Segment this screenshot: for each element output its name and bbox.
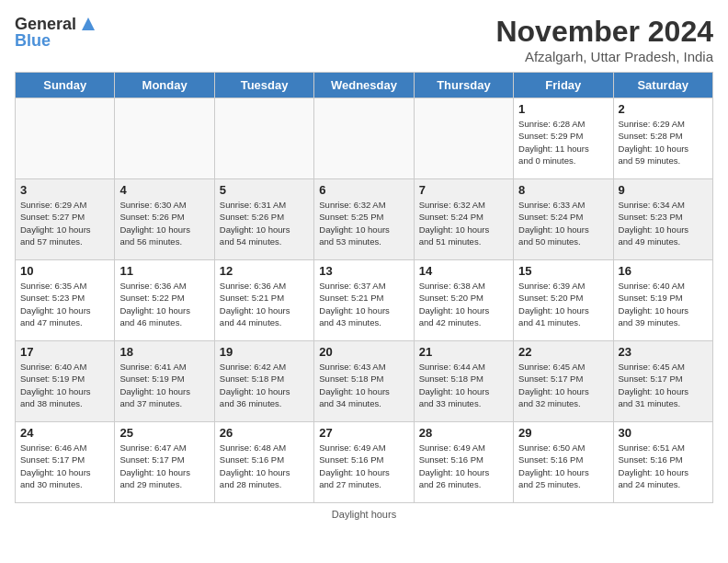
day-header-thursday: Thursday bbox=[414, 73, 513, 98]
calendar-cell: 10Sunrise: 6:35 AMSunset: 5:23 PMDayligh… bbox=[16, 260, 115, 341]
title-block: November 2024 Afzalgarh, Uttar Pradesh, … bbox=[495, 15, 713, 64]
cell-info: Sunrise: 6:36 AMSunset: 5:22 PMDaylight:… bbox=[119, 280, 209, 328]
day-number: 5 bbox=[220, 183, 309, 197]
calendar-cell: 1Sunrise: 6:28 AMSunset: 5:29 PMDaylight… bbox=[514, 98, 613, 179]
calendar-cell: 30Sunrise: 6:51 AMSunset: 5:16 PMDayligh… bbox=[613, 422, 712, 503]
cell-info: Sunrise: 6:50 AMSunset: 5:16 PMDaylight:… bbox=[518, 442, 608, 490]
calendar-cell bbox=[214, 98, 313, 179]
day-number: 26 bbox=[220, 426, 309, 440]
day-number: 20 bbox=[319, 345, 408, 359]
day-number: 8 bbox=[518, 183, 608, 197]
day-number: 23 bbox=[619, 345, 708, 359]
calendar-cell: 16Sunrise: 6:40 AMSunset: 5:19 PMDayligh… bbox=[613, 260, 712, 341]
cell-info: Sunrise: 6:45 AMSunset: 5:17 PMDaylight:… bbox=[619, 361, 708, 409]
footer-note: Daylight hours bbox=[15, 509, 713, 520]
cell-info: Sunrise: 6:29 AMSunset: 5:27 PMDaylight:… bbox=[20, 199, 109, 247]
day-header-sunday: Sunday bbox=[16, 73, 115, 98]
cell-info: Sunrise: 6:29 AMSunset: 5:28 PMDaylight:… bbox=[619, 118, 708, 167]
calendar-subtitle: Afzalgarh, Uttar Pradesh, India bbox=[495, 49, 713, 64]
day-number: 24 bbox=[20, 426, 109, 440]
calendar-cell: 15Sunrise: 6:39 AMSunset: 5:20 PMDayligh… bbox=[514, 260, 613, 341]
calendar-cell: 20Sunrise: 6:43 AMSunset: 5:18 PMDayligh… bbox=[314, 341, 414, 422]
cell-info: Sunrise: 6:44 AMSunset: 5:18 PMDaylight:… bbox=[419, 361, 508, 409]
day-number: 14 bbox=[419, 264, 508, 278]
day-number: 10 bbox=[20, 264, 109, 278]
cell-info: Sunrise: 6:32 AMSunset: 5:24 PMDaylight:… bbox=[419, 199, 508, 247]
cell-info: Sunrise: 6:48 AMSunset: 5:16 PMDaylight:… bbox=[220, 442, 309, 490]
calendar-cell: 21Sunrise: 6:44 AMSunset: 5:18 PMDayligh… bbox=[414, 341, 513, 422]
day-number: 21 bbox=[419, 345, 508, 359]
cell-info: Sunrise: 6:45 AMSunset: 5:17 PMDaylight:… bbox=[518, 361, 608, 409]
calendar-cell bbox=[314, 98, 414, 179]
day-number: 30 bbox=[619, 426, 708, 440]
day-number: 27 bbox=[319, 426, 408, 440]
calendar-cell: 4Sunrise: 6:30 AMSunset: 5:26 PMDaylight… bbox=[115, 179, 214, 260]
calendar-cell: 18Sunrise: 6:41 AMSunset: 5:19 PMDayligh… bbox=[115, 341, 214, 422]
day-number: 25 bbox=[119, 426, 209, 440]
cell-info: Sunrise: 6:31 AMSunset: 5:26 PMDaylight:… bbox=[220, 199, 309, 247]
calendar-cell: 5Sunrise: 6:31 AMSunset: 5:26 PMDaylight… bbox=[214, 179, 313, 260]
day-header-monday: Monday bbox=[115, 73, 214, 98]
calendar-cell: 25Sunrise: 6:47 AMSunset: 5:17 PMDayligh… bbox=[115, 422, 214, 503]
calendar-week-4: 17Sunrise: 6:40 AMSunset: 5:19 PMDayligh… bbox=[16, 341, 713, 422]
calendar-cell bbox=[16, 98, 115, 179]
calendar-table: SundayMondayTuesdayWednesdayThursdayFrid… bbox=[15, 72, 713, 503]
calendar-cell: 6Sunrise: 6:32 AMSunset: 5:25 PMDaylight… bbox=[314, 179, 414, 260]
day-number: 13 bbox=[319, 264, 408, 278]
day-number: 17 bbox=[20, 345, 109, 359]
day-number: 4 bbox=[119, 183, 209, 197]
cell-info: Sunrise: 6:30 AMSunset: 5:26 PMDaylight:… bbox=[119, 199, 209, 247]
calendar-cell: 8Sunrise: 6:33 AMSunset: 5:24 PMDaylight… bbox=[514, 179, 613, 260]
cell-info: Sunrise: 6:42 AMSunset: 5:18 PMDaylight:… bbox=[220, 361, 309, 409]
day-number: 7 bbox=[419, 183, 508, 197]
cell-info: Sunrise: 6:39 AMSunset: 5:20 PMDaylight:… bbox=[518, 280, 608, 328]
calendar-cell: 12Sunrise: 6:36 AMSunset: 5:21 PMDayligh… bbox=[214, 260, 313, 341]
calendar-cell bbox=[414, 98, 513, 179]
calendar-header-row: SundayMondayTuesdayWednesdayThursdayFrid… bbox=[16, 73, 713, 98]
cell-info: Sunrise: 6:32 AMSunset: 5:25 PMDaylight:… bbox=[319, 199, 408, 247]
calendar-title: November 2024 bbox=[495, 15, 713, 49]
cell-info: Sunrise: 6:34 AMSunset: 5:23 PMDaylight:… bbox=[619, 199, 708, 247]
calendar-cell: 23Sunrise: 6:45 AMSunset: 5:17 PMDayligh… bbox=[613, 341, 712, 422]
calendar-cell: 9Sunrise: 6:34 AMSunset: 5:23 PMDaylight… bbox=[613, 179, 712, 260]
day-header-saturday: Saturday bbox=[613, 73, 712, 98]
cell-info: Sunrise: 6:28 AMSunset: 5:29 PMDaylight:… bbox=[518, 118, 608, 167]
cell-info: Sunrise: 6:40 AMSunset: 5:19 PMDaylight:… bbox=[619, 280, 708, 328]
day-number: 3 bbox=[20, 183, 109, 197]
day-number: 16 bbox=[619, 264, 708, 278]
calendar-cell: 27Sunrise: 6:49 AMSunset: 5:16 PMDayligh… bbox=[314, 422, 414, 503]
day-number: 15 bbox=[518, 264, 608, 278]
svg-marker-0 bbox=[82, 17, 95, 30]
calendar-week-2: 3Sunrise: 6:29 AMSunset: 5:27 PMDaylight… bbox=[16, 179, 713, 260]
calendar-week-5: 24Sunrise: 6:46 AMSunset: 5:17 PMDayligh… bbox=[16, 422, 713, 503]
logo: General Blue bbox=[15, 15, 98, 51]
day-header-tuesday: Tuesday bbox=[214, 73, 313, 98]
calendar-cell: 28Sunrise: 6:49 AMSunset: 5:16 PMDayligh… bbox=[414, 422, 513, 503]
day-number: 6 bbox=[319, 183, 408, 197]
calendar-cell: 19Sunrise: 6:42 AMSunset: 5:18 PMDayligh… bbox=[214, 341, 313, 422]
calendar-cell: 2Sunrise: 6:29 AMSunset: 5:28 PMDaylight… bbox=[613, 98, 712, 179]
calendar-cell: 7Sunrise: 6:32 AMSunset: 5:24 PMDaylight… bbox=[414, 179, 513, 260]
calendar-cell: 29Sunrise: 6:50 AMSunset: 5:16 PMDayligh… bbox=[514, 422, 613, 503]
calendar-cell: 22Sunrise: 6:45 AMSunset: 5:17 PMDayligh… bbox=[514, 341, 613, 422]
calendar-cell: 3Sunrise: 6:29 AMSunset: 5:27 PMDaylight… bbox=[16, 179, 115, 260]
day-number: 12 bbox=[220, 264, 309, 278]
day-number: 1 bbox=[518, 102, 608, 116]
daylight-note: Daylight hours bbox=[332, 509, 396, 520]
cell-info: Sunrise: 6:43 AMSunset: 5:18 PMDaylight:… bbox=[319, 361, 408, 409]
calendar-week-3: 10Sunrise: 6:35 AMSunset: 5:23 PMDayligh… bbox=[16, 260, 713, 341]
cell-info: Sunrise: 6:47 AMSunset: 5:17 PMDaylight:… bbox=[119, 442, 209, 490]
cell-info: Sunrise: 6:33 AMSunset: 5:24 PMDaylight:… bbox=[518, 199, 608, 247]
cell-info: Sunrise: 6:35 AMSunset: 5:23 PMDaylight:… bbox=[20, 280, 109, 328]
day-number: 9 bbox=[619, 183, 708, 197]
cell-info: Sunrise: 6:49 AMSunset: 5:16 PMDaylight:… bbox=[419, 442, 508, 490]
calendar-cell: 17Sunrise: 6:40 AMSunset: 5:19 PMDayligh… bbox=[16, 341, 115, 422]
cell-info: Sunrise: 6:41 AMSunset: 5:19 PMDaylight:… bbox=[119, 361, 209, 409]
cell-info: Sunrise: 6:49 AMSunset: 5:16 PMDaylight:… bbox=[319, 442, 408, 490]
calendar-cell bbox=[115, 98, 214, 179]
cell-info: Sunrise: 6:46 AMSunset: 5:17 PMDaylight:… bbox=[20, 442, 109, 490]
day-number: 28 bbox=[419, 426, 508, 440]
day-number: 19 bbox=[220, 345, 309, 359]
calendar-cell: 26Sunrise: 6:48 AMSunset: 5:16 PMDayligh… bbox=[214, 422, 313, 503]
day-number: 2 bbox=[619, 102, 708, 116]
